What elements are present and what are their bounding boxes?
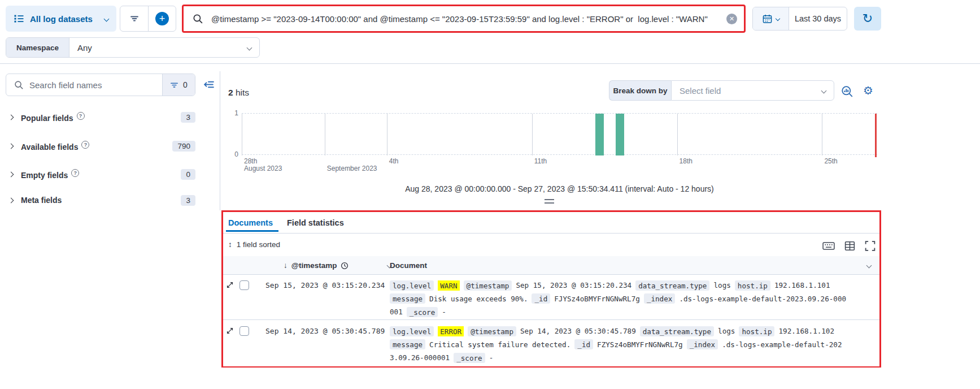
hits-count: 2 hits [228, 88, 249, 98]
x-axis-tick-label: 4th [389, 157, 399, 165]
section-count-badge: 0 [181, 169, 195, 180]
query-input[interactable]: @timestamp >= "2023-09-14T00:00:00" and … [211, 14, 726, 24]
x-gridline [822, 114, 822, 155]
date-picker-menu-button[interactable] [753, 7, 789, 30]
x-gridline [325, 114, 325, 155]
field-name-pill: _score [407, 307, 438, 317]
expand-document-icon[interactable] [226, 327, 234, 335]
menu-left-icon [203, 79, 214, 90]
field-name-pill: @timestamp [468, 326, 516, 336]
collapse-sidebar-button[interactable] [202, 78, 215, 90]
field-value: FZYSz4oBMYFrNGNwRL7g [597, 340, 683, 349]
chevron-down-icon [775, 16, 779, 21]
keyboard-shortcuts-button[interactable] [822, 241, 835, 251]
field-search-input[interactable] [29, 80, 162, 90]
search-icon [14, 80, 24, 90]
document-column-header[interactable]: Document [390, 256, 876, 275]
field-name-pill: log.level [390, 326, 434, 336]
help-icon: ? [71, 169, 79, 177]
field-value: logs [718, 327, 735, 335]
chevron-down-icon[interactable] [866, 263, 872, 269]
histogram-plot-area [242, 113, 877, 155]
explore-in-lens-button[interactable] [840, 85, 854, 98]
field-value: 192.168.1.102 [778, 327, 834, 335]
tabs-divider [223, 233, 879, 234]
table-row[interactable]: Sep 15, 2023 @ 03:15:20.234 log.levelWAR… [223, 275, 879, 320]
field-value: Disk usage exceeds 90%. [429, 295, 528, 303]
add-filter-button[interactable]: + [148, 6, 176, 31]
timestamp-column-header[interactable]: ↓ @timestamp [284, 256, 391, 275]
namespace-filter: Namespace Any [6, 37, 260, 58]
chart-caption: Aug 28, 2023 @ 00:00:00.000 - Sep 27, 20… [242, 184, 877, 193]
field-name-pill: @timestamp [464, 280, 512, 291]
namespace-value: Any [77, 43, 92, 53]
clock-icon [341, 262, 349, 270]
section-label: Popular fields? [21, 112, 85, 123]
section-count-badge: 3 [181, 195, 195, 206]
tab-field-statistics[interactable]: Field statistics [287, 218, 344, 227]
field-value: Critical system failure detected. [429, 340, 570, 349]
chevron-down-icon [821, 88, 827, 93]
display-options-button[interactable] [844, 241, 855, 251]
field-name-pill: message [390, 339, 425, 349]
x-gridline [387, 114, 387, 155]
sidebar-section-meta-fields[interactable]: Meta fields 3 [6, 193, 195, 208]
chart-options-button[interactable]: ⚙ [861, 84, 875, 97]
refresh-button[interactable]: ↻ [854, 7, 881, 31]
namespace-select[interactable]: Any [69, 38, 259, 57]
field-name-pill: _score [454, 353, 485, 363]
field-name-pill: data_stream.type [635, 280, 709, 291]
current-time-marker [875, 114, 877, 157]
search-icon [193, 14, 203, 24]
x-gridline [677, 114, 678, 155]
chevron-right-icon [8, 114, 14, 120]
chart-resize-handle[interactable] [545, 199, 554, 204]
breakdown-select[interactable]: Select field [671, 80, 834, 101]
chevron-down-icon [247, 45, 252, 50]
filter-icon [130, 14, 139, 23]
highlighted-value: WARN [438, 280, 459, 291]
breakdown-label: Break down by [609, 80, 671, 101]
sidebar-divider [220, 71, 220, 210]
refresh-icon: ↻ [863, 11, 873, 26]
histogram-chart[interactable]: 28thAugust 2023September 20234th11th18th… [242, 113, 877, 172]
sidebar-section-empty-fields[interactable]: Empty fields? 0 [6, 167, 195, 181]
field-search: 0 [6, 74, 195, 96]
section-label: Available fields? [21, 141, 89, 152]
x-axis-tick-label: 25th [824, 157, 837, 165]
row-checkbox[interactable] [239, 326, 249, 336]
field-name-pill: _id [574, 339, 593, 349]
x-axis-tick-label: 11th [534, 157, 547, 165]
field-value: Sep 15, 2023 @ 03:15:20.234 [516, 281, 631, 289]
namespace-label: Namespace [6, 38, 69, 57]
gear-icon: ⚙ [863, 84, 873, 97]
field-name-pill: _index [687, 339, 718, 349]
filter-controls: + [120, 6, 176, 32]
row-checkbox[interactable] [239, 280, 249, 290]
sidebar-section-popular-fields[interactable]: Popular fields? 3 [6, 110, 195, 124]
tab-documents[interactable]: Documents [228, 218, 273, 227]
expand-document-icon[interactable] [226, 281, 234, 289]
histogram-bar[interactable] [616, 114, 624, 155]
sort-desc-icon: ↓ [284, 261, 288, 270]
x-gridline [532, 114, 533, 155]
chevron-right-icon [8, 171, 14, 177]
dataset-picker-button[interactable]: All log datasets [6, 6, 116, 32]
histogram-bar[interactable] [595, 114, 604, 155]
table-row[interactable]: Sep 14, 2023 @ 05:30:45.789 log.levelERR… [223, 321, 879, 366]
lens-chart-icon [841, 85, 853, 98]
field-filter-button[interactable]: 0 [162, 74, 195, 96]
sorted-fields-button[interactable]: ↕ 1 field sorted [228, 240, 280, 249]
y-axis-tick-0: 0 [227, 150, 238, 158]
saved-query-menu-button[interactable] [120, 6, 148, 31]
time-range-button[interactable]: Last 30 days [789, 7, 847, 30]
fullscreen-button[interactable] [865, 241, 876, 251]
chevron-down-icon [104, 16, 110, 21]
row-document-summary: log.levelERROR@timestampSep 14, 2023 @ 0… [390, 325, 847, 365]
section-count-badge: 790 [172, 141, 195, 152]
clear-query-icon[interactable]: ✕ [726, 14, 737, 24]
header-divider [0, 63, 980, 64]
field-name-pill: data_stream.type [640, 326, 714, 336]
sidebar-section-available-fields[interactable]: Available fields? 790 [6, 139, 195, 153]
field-value: Sep 14, 2023 @ 05:30:45.789 [520, 327, 636, 335]
